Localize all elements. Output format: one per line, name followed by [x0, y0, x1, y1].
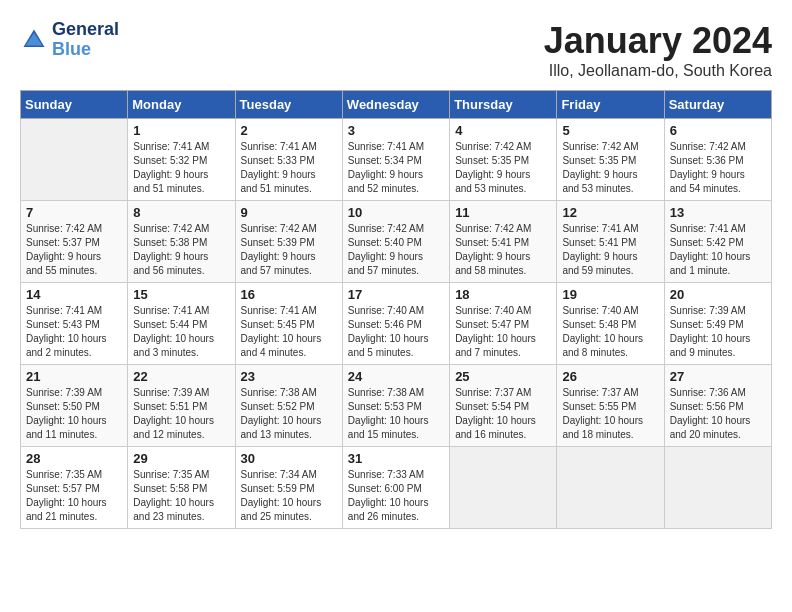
day-number: 16	[241, 287, 337, 302]
page-header: General Blue January 2024 Illo, Jeollana…	[20, 20, 772, 80]
day-number: 14	[26, 287, 122, 302]
calendar-cell: 31Sunrise: 7:33 AM Sunset: 6:00 PM Dayli…	[342, 447, 449, 529]
calendar-cell: 28Sunrise: 7:35 AM Sunset: 5:57 PM Dayli…	[21, 447, 128, 529]
day-info: Sunrise: 7:41 AM Sunset: 5:42 PM Dayligh…	[670, 222, 766, 278]
day-info: Sunrise: 7:39 AM Sunset: 5:51 PM Dayligh…	[133, 386, 229, 442]
location-subtitle: Illo, Jeollanam-do, South Korea	[544, 62, 772, 80]
calendar-cell: 5Sunrise: 7:42 AM Sunset: 5:35 PM Daylig…	[557, 119, 664, 201]
day-number: 30	[241, 451, 337, 466]
day-info: Sunrise: 7:41 AM Sunset: 5:33 PM Dayligh…	[241, 140, 337, 196]
calendar-cell: 11Sunrise: 7:42 AM Sunset: 5:41 PM Dayli…	[450, 201, 557, 283]
weekday-header-row: SundayMondayTuesdayWednesdayThursdayFrid…	[21, 91, 772, 119]
day-info: Sunrise: 7:41 AM Sunset: 5:44 PM Dayligh…	[133, 304, 229, 360]
day-number: 7	[26, 205, 122, 220]
day-info: Sunrise: 7:36 AM Sunset: 5:56 PM Dayligh…	[670, 386, 766, 442]
day-info: Sunrise: 7:41 AM Sunset: 5:34 PM Dayligh…	[348, 140, 444, 196]
day-info: Sunrise: 7:33 AM Sunset: 6:00 PM Dayligh…	[348, 468, 444, 524]
day-info: Sunrise: 7:37 AM Sunset: 5:55 PM Dayligh…	[562, 386, 658, 442]
day-number: 31	[348, 451, 444, 466]
weekday-wednesday: Wednesday	[342, 91, 449, 119]
calendar-cell: 17Sunrise: 7:40 AM Sunset: 5:46 PM Dayli…	[342, 283, 449, 365]
title-block: January 2024 Illo, Jeollanam-do, South K…	[544, 20, 772, 80]
month-title: January 2024	[544, 20, 772, 62]
day-number: 24	[348, 369, 444, 384]
calendar-cell: 12Sunrise: 7:41 AM Sunset: 5:41 PM Dayli…	[557, 201, 664, 283]
calendar-cell: 26Sunrise: 7:37 AM Sunset: 5:55 PM Dayli…	[557, 365, 664, 447]
weekday-saturday: Saturday	[664, 91, 771, 119]
calendar-cell: 10Sunrise: 7:42 AM Sunset: 5:40 PM Dayli…	[342, 201, 449, 283]
day-number: 25	[455, 369, 551, 384]
day-number: 28	[26, 451, 122, 466]
day-number: 9	[241, 205, 337, 220]
day-number: 26	[562, 369, 658, 384]
day-number: 21	[26, 369, 122, 384]
calendar-week-2: 7Sunrise: 7:42 AM Sunset: 5:37 PM Daylig…	[21, 201, 772, 283]
calendar-cell	[557, 447, 664, 529]
logo-text: General Blue	[52, 20, 119, 60]
weekday-friday: Friday	[557, 91, 664, 119]
calendar-cell: 22Sunrise: 7:39 AM Sunset: 5:51 PM Dayli…	[128, 365, 235, 447]
day-info: Sunrise: 7:42 AM Sunset: 5:37 PM Dayligh…	[26, 222, 122, 278]
day-number: 4	[455, 123, 551, 138]
calendar-week-1: 1Sunrise: 7:41 AM Sunset: 5:32 PM Daylig…	[21, 119, 772, 201]
day-info: Sunrise: 7:38 AM Sunset: 5:53 PM Dayligh…	[348, 386, 444, 442]
day-number: 18	[455, 287, 551, 302]
day-info: Sunrise: 7:42 AM Sunset: 5:39 PM Dayligh…	[241, 222, 337, 278]
calendar-cell: 4Sunrise: 7:42 AM Sunset: 5:35 PM Daylig…	[450, 119, 557, 201]
day-info: Sunrise: 7:40 AM Sunset: 5:46 PM Dayligh…	[348, 304, 444, 360]
day-info: Sunrise: 7:41 AM Sunset: 5:43 PM Dayligh…	[26, 304, 122, 360]
day-number: 3	[348, 123, 444, 138]
logo: General Blue	[20, 20, 119, 60]
weekday-sunday: Sunday	[21, 91, 128, 119]
day-info: Sunrise: 7:39 AM Sunset: 5:50 PM Dayligh…	[26, 386, 122, 442]
day-info: Sunrise: 7:42 AM Sunset: 5:41 PM Dayligh…	[455, 222, 551, 278]
day-info: Sunrise: 7:42 AM Sunset: 5:35 PM Dayligh…	[562, 140, 658, 196]
day-number: 13	[670, 205, 766, 220]
day-info: Sunrise: 7:40 AM Sunset: 5:48 PM Dayligh…	[562, 304, 658, 360]
calendar-cell: 23Sunrise: 7:38 AM Sunset: 5:52 PM Dayli…	[235, 365, 342, 447]
calendar-cell: 13Sunrise: 7:41 AM Sunset: 5:42 PM Dayli…	[664, 201, 771, 283]
calendar-cell: 2Sunrise: 7:41 AM Sunset: 5:33 PM Daylig…	[235, 119, 342, 201]
calendar-cell: 18Sunrise: 7:40 AM Sunset: 5:47 PM Dayli…	[450, 283, 557, 365]
calendar-cell: 1Sunrise: 7:41 AM Sunset: 5:32 PM Daylig…	[128, 119, 235, 201]
calendar-cell	[21, 119, 128, 201]
day-info: Sunrise: 7:35 AM Sunset: 5:58 PM Dayligh…	[133, 468, 229, 524]
day-info: Sunrise: 7:42 AM Sunset: 5:38 PM Dayligh…	[133, 222, 229, 278]
calendar-week-5: 28Sunrise: 7:35 AM Sunset: 5:57 PM Dayli…	[21, 447, 772, 529]
day-number: 27	[670, 369, 766, 384]
day-number: 10	[348, 205, 444, 220]
calendar-week-3: 14Sunrise: 7:41 AM Sunset: 5:43 PM Dayli…	[21, 283, 772, 365]
calendar-cell: 15Sunrise: 7:41 AM Sunset: 5:44 PM Dayli…	[128, 283, 235, 365]
calendar-cell	[450, 447, 557, 529]
calendar-cell: 7Sunrise: 7:42 AM Sunset: 5:37 PM Daylig…	[21, 201, 128, 283]
day-number: 2	[241, 123, 337, 138]
calendar-cell: 16Sunrise: 7:41 AM Sunset: 5:45 PM Dayli…	[235, 283, 342, 365]
calendar-cell: 30Sunrise: 7:34 AM Sunset: 5:59 PM Dayli…	[235, 447, 342, 529]
day-number: 8	[133, 205, 229, 220]
calendar-cell: 3Sunrise: 7:41 AM Sunset: 5:34 PM Daylig…	[342, 119, 449, 201]
calendar-cell: 6Sunrise: 7:42 AM Sunset: 5:36 PM Daylig…	[664, 119, 771, 201]
day-number: 1	[133, 123, 229, 138]
calendar-cell: 27Sunrise: 7:36 AM Sunset: 5:56 PM Dayli…	[664, 365, 771, 447]
calendar-table: SundayMondayTuesdayWednesdayThursdayFrid…	[20, 90, 772, 529]
calendar-cell: 14Sunrise: 7:41 AM Sunset: 5:43 PM Dayli…	[21, 283, 128, 365]
day-info: Sunrise: 7:41 AM Sunset: 5:45 PM Dayligh…	[241, 304, 337, 360]
day-number: 17	[348, 287, 444, 302]
day-info: Sunrise: 7:41 AM Sunset: 5:41 PM Dayligh…	[562, 222, 658, 278]
calendar-cell: 20Sunrise: 7:39 AM Sunset: 5:49 PM Dayli…	[664, 283, 771, 365]
calendar-cell: 24Sunrise: 7:38 AM Sunset: 5:53 PM Dayli…	[342, 365, 449, 447]
day-info: Sunrise: 7:42 AM Sunset: 5:35 PM Dayligh…	[455, 140, 551, 196]
day-info: Sunrise: 7:39 AM Sunset: 5:49 PM Dayligh…	[670, 304, 766, 360]
day-number: 22	[133, 369, 229, 384]
calendar-cell: 21Sunrise: 7:39 AM Sunset: 5:50 PM Dayli…	[21, 365, 128, 447]
day-number: 5	[562, 123, 658, 138]
day-info: Sunrise: 7:34 AM Sunset: 5:59 PM Dayligh…	[241, 468, 337, 524]
day-info: Sunrise: 7:37 AM Sunset: 5:54 PM Dayligh…	[455, 386, 551, 442]
day-number: 12	[562, 205, 658, 220]
calendar-cell: 9Sunrise: 7:42 AM Sunset: 5:39 PM Daylig…	[235, 201, 342, 283]
day-number: 15	[133, 287, 229, 302]
weekday-tuesday: Tuesday	[235, 91, 342, 119]
day-number: 6	[670, 123, 766, 138]
calendar-cell: 25Sunrise: 7:37 AM Sunset: 5:54 PM Dayli…	[450, 365, 557, 447]
day-info: Sunrise: 7:41 AM Sunset: 5:32 PM Dayligh…	[133, 140, 229, 196]
